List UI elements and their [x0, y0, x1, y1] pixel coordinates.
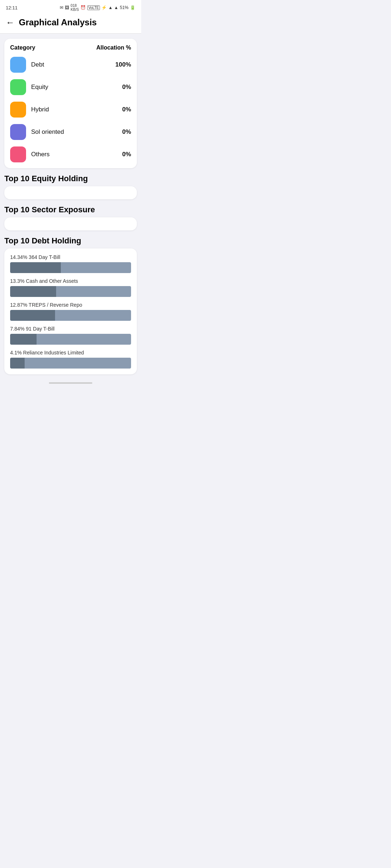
category-percent: 0%	[122, 151, 131, 158]
equity-holding-card	[4, 186, 137, 199]
main-content: Category Allocation % Debt 100% Equity 0…	[0, 34, 141, 379]
holding-label: 4.1% Reliance Industries Limited	[10, 350, 131, 356]
bar-fill	[10, 334, 37, 345]
category-name: Equity	[31, 84, 48, 91]
volte-icon: VoLTE	[87, 5, 100, 10]
category-color-box	[10, 57, 26, 73]
category-row: Equity 0%	[10, 79, 131, 95]
category-name: Sol oriented	[31, 128, 64, 136]
holding-item: 14.34% 364 Day T-Bill	[10, 254, 131, 273]
category-row: Hybrid 0%	[10, 102, 131, 118]
category-left: Others	[10, 146, 50, 162]
holding-item: 13.3% Cash and Other Assets	[10, 278, 131, 297]
category-left: Equity	[10, 79, 48, 95]
category-percent: 0%	[122, 128, 131, 136]
category-percent: 0%	[122, 106, 131, 113]
category-color-box	[10, 146, 26, 162]
debt-holding-card: 14.34% 364 Day T-Bill 13.3% Cash and Oth…	[4, 248, 137, 374]
holding-item: 7.84% 91 Day T-Bill	[10, 326, 131, 345]
holding-bar	[10, 286, 131, 297]
holding-item: 12.87% TREPS / Reverse Repo	[10, 302, 131, 321]
status-icons: ✉ 🖼 018KB/S ⏰ VoLTE ⚡ ▲ ▲ 51% 🔋	[60, 4, 135, 12]
category-name: Hybrid	[31, 106, 49, 113]
category-percent: 100%	[115, 61, 131, 68]
alarm-icon: ⏰	[80, 5, 86, 10]
category-color-box	[10, 79, 26, 95]
category-row: Sol oriented 0%	[10, 124, 131, 140]
category-left: Hybrid	[10, 102, 49, 118]
back-button[interactable]: ←	[6, 18, 14, 27]
category-rows: Debt 100% Equity 0% Hybrid 0% Sol orient…	[10, 57, 131, 162]
category-left: Sol oriented	[10, 124, 64, 140]
holding-bar	[10, 334, 131, 345]
sector-exposure-section: Top 10 Sector Exposure	[4, 205, 137, 230]
header: ← Graphical Analysis	[0, 14, 141, 34]
category-name: Debt	[31, 61, 44, 68]
bar-fill	[10, 262, 61, 273]
debt-holding-section: Top 10 Debt Holding 14.34% 364 Day T-Bil…	[4, 236, 137, 374]
scroll-bar	[49, 382, 92, 384]
status-time: 12:11	[6, 5, 18, 10]
category-color-box	[10, 102, 26, 118]
holding-label: 7.84% 91 Day T-Bill	[10, 326, 131, 332]
category-table-header: Category Allocation %	[10, 44, 131, 51]
col-category-label: Category	[10, 44, 35, 51]
bar-fill	[10, 286, 56, 297]
battery-icon: 🔋	[130, 5, 135, 10]
category-color-box	[10, 124, 26, 140]
debt-holding-title: Top 10 Debt Holding	[4, 236, 137, 246]
holding-label: 12.87% TREPS / Reverse Repo	[10, 302, 131, 308]
bluetooth-icon: ⚡	[101, 5, 107, 10]
wifi-icon: ▲	[108, 5, 113, 10]
category-left: Debt	[10, 57, 44, 73]
image-icon: 🖼	[65, 5, 69, 10]
holding-bar	[10, 310, 131, 321]
status-bar: 12:11 ✉ 🖼 018KB/S ⏰ VoLTE ⚡ ▲ ▲ 51% 🔋	[0, 0, 141, 14]
page-title: Graphical Analysis	[19, 17, 97, 27]
sector-exposure-card	[4, 217, 137, 230]
holding-label: 13.3% Cash and Other Assets	[10, 278, 131, 284]
bar-fill	[10, 358, 25, 369]
bar-fill	[10, 310, 55, 321]
category-allocation-card: Category Allocation % Debt 100% Equity 0…	[4, 39, 137, 168]
col-allocation-label: Allocation %	[96, 44, 131, 51]
signal-icon: ▲	[114, 5, 118, 10]
category-percent: 0%	[122, 84, 131, 91]
category-name: Others	[31, 151, 50, 158]
sector-exposure-title: Top 10 Sector Exposure	[4, 205, 137, 214]
holding-bar	[10, 358, 131, 369]
mail-icon: ✉	[60, 5, 63, 10]
holding-label: 14.34% 364 Day T-Bill	[10, 254, 131, 260]
category-row: Others 0%	[10, 146, 131, 162]
data-speed: 018KB/S	[71, 4, 79, 12]
equity-holding-section: Top 10 Equity Holding	[4, 174, 137, 199]
category-row: Debt 100%	[10, 57, 131, 73]
holding-item: 4.1% Reliance Industries Limited	[10, 350, 131, 369]
equity-holding-title: Top 10 Equity Holding	[4, 174, 137, 183]
holding-bar	[10, 262, 131, 273]
scroll-indicator	[0, 379, 141, 385]
battery-level: 51%	[120, 5, 129, 10]
